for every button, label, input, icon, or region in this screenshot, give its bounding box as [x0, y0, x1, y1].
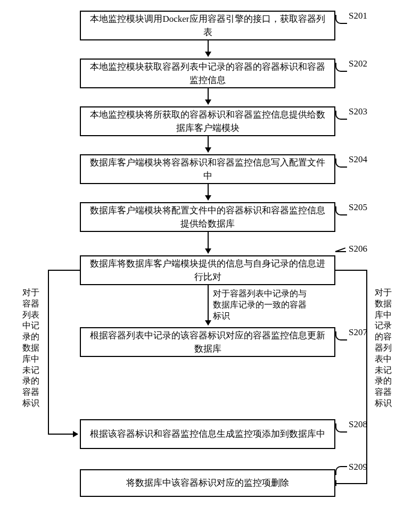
step-text: 根据该容器标识和容器监控信息生成监控项添加到数据库中 — [90, 427, 325, 441]
step-box-s204: 数据库客户端模块将容器标识和容器监控信息写入配置文件中 — [80, 154, 335, 184]
step-text: 数据库将数据库客户端模块提供的信息与自身记录的信息进行比对 — [87, 257, 328, 284]
step-box-s201: 本地监控模块调用Docker应用容器引擎的接口，获取容器列表 — [80, 11, 335, 40]
step-label-s205: S205 — [349, 202, 367, 213]
step-box-s208: 根据该容器标识和容器监控信息生成监控项添加到数据库中 — [80, 419, 335, 449]
flowchart-container: 本地监控模块调用Docker应用容器引擎的接口，获取容器列表 S201 本地监控… — [11, 11, 401, 521]
branch-line — [48, 270, 49, 435]
step-box-s202: 本地监控模块获取容器列表中记录的容器的容器标识和容器监控信息 — [80, 59, 335, 88]
left-edge-label: 对于容器列表中记录的数据库中未记录的容器标识 — [21, 287, 40, 409]
step-label-s201: S201 — [349, 11, 367, 21]
step-text: 本地监控模块调用Docker应用容器引擎的接口，获取容器列表 — [87, 12, 328, 39]
label-connector — [335, 111, 347, 120]
step-text: 根据容器列表中记录的该容器标识对应的容器监控信息更新数据库 — [87, 329, 328, 356]
label-connector — [335, 63, 347, 72]
arrow — [208, 285, 209, 325]
step-text: 数据库客户端模块将容器标识和容器监控信息写入配置文件中 — [87, 156, 328, 183]
branch-line — [366, 270, 367, 484]
step-box-s209: 将数据库中该容器标识对应的监控项删除 — [80, 469, 335, 497]
step-label-s208: S208 — [349, 419, 367, 430]
step-text: 本地监控模块将所获取的容器标识和容器监控信息提供给数据库客户端模块 — [87, 108, 328, 135]
label-connector — [335, 15, 347, 24]
branch-line — [335, 483, 367, 484]
arrow — [208, 40, 209, 56]
branch-line — [48, 270, 80, 271]
arrow — [208, 88, 209, 104]
step-text: 将数据库中该容器标识对应的监控项删除 — [126, 476, 289, 490]
arrow — [48, 434, 78, 435]
mid-edge-label: 对于容器列表中记录的与数据库记录的一致的容器标识 — [213, 288, 309, 321]
step-label-s203: S203 — [349, 106, 367, 117]
branch-line — [335, 270, 367, 271]
step-box-s207: 根据容器列表中记录的该容器标识对应的容器监控信息更新数据库 — [80, 327, 335, 357]
step-label-s202: S202 — [349, 59, 367, 69]
step-label-s209: S209 — [349, 462, 367, 472]
step-text: 本地监控模块获取容器列表中记录的容器的容器标识和容器监控信息 — [87, 60, 328, 87]
arrow — [208, 232, 209, 253]
step-label-s204: S204 — [349, 154, 367, 165]
label-connector — [335, 331, 347, 340]
step-label-s206: S206 — [349, 244, 367, 254]
step-box-s205: 数据库客户端模块将配置文件中的容器标识和容器监控信息提供给数据库 — [80, 202, 335, 232]
label-connector — [335, 466, 347, 475]
step-text: 数据库客户端模块将配置文件中的容器标识和容器监控信息提供给数据库 — [87, 204, 328, 231]
step-box-s203: 本地监控模块将所获取的容器标识和容器监控信息提供给数据库客户端模块 — [80, 106, 335, 136]
step-label-s207: S207 — [349, 327, 367, 338]
label-connector — [335, 159, 347, 168]
label-connector — [335, 251, 346, 260]
step-box-s206: 数据库将数据库客户端模块提供的信息与自身记录的信息进行比对 — [80, 255, 335, 285]
arrow — [208, 136, 209, 152]
arrow — [208, 184, 209, 200]
right-edge-label: 对于数据库中记录的容器列表中未记录的容器标识 — [374, 287, 393, 409]
label-connector — [335, 206, 347, 215]
label-connector — [335, 423, 347, 433]
